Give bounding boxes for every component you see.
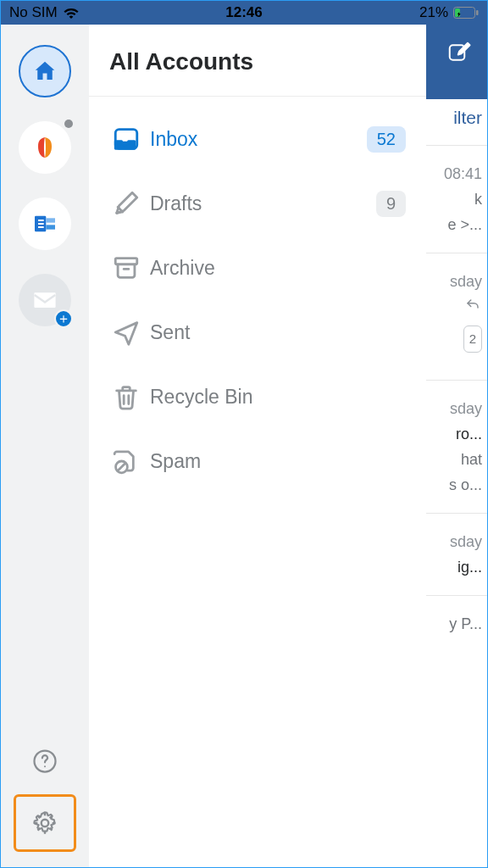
folder-label: Recycle Bin — [150, 386, 406, 409]
status-bar: No SIM 12:46 21% — [1, 1, 487, 25]
exchange-account-button[interactable] — [19, 198, 71, 250]
settings-button[interactable] — [27, 805, 63, 841]
message-fragment[interactable]: sday ig... — [419, 513, 487, 595]
clock: 12:46 — [225, 4, 262, 21]
message-fragment[interactable]: 08:41 k e >... — [419, 145, 487, 253]
spam-icon — [103, 447, 150, 476]
wifi-icon — [63, 7, 80, 19]
folder-archive[interactable]: Archive — [89, 236, 426, 300]
account-rail: ＋ — [1, 25, 89, 867]
svg-point-9 — [42, 820, 49, 827]
svg-point-8 — [44, 765, 46, 767]
filter-label[interactable]: ilter — [453, 108, 482, 128]
message-fragment[interactable]: sday 2 — [419, 253, 487, 380]
folder-sent[interactable]: Sent — [89, 300, 426, 364]
folder-label: Inbox — [150, 128, 367, 151]
message-fragment[interactable]: sday ro... hat s o... — [419, 380, 487, 513]
carrier-text: No SIM — [9, 4, 58, 21]
folder-list: Inbox 52 Drafts 9 Archive Se — [89, 97, 426, 493]
folder-label: Drafts — [150, 192, 376, 215]
folder-recycle-bin[interactable]: Recycle Bin — [89, 364, 426, 429]
message-fragment[interactable]: y P... — [419, 595, 487, 652]
battery-icon — [453, 7, 479, 19]
folder-count: 52 — [367, 126, 406, 153]
svg-rect-5 — [46, 218, 55, 222]
folder-label: Archive — [150, 257, 406, 280]
folder-panel: All Accounts Inbox 52 Drafts 9 — [89, 25, 426, 867]
folder-inbox[interactable]: Inbox 52 — [89, 107, 426, 171]
message-list-fragment: 08:41 k e >... sday 2 sday ro... hat s o… — [419, 145, 487, 652]
folder-spam[interactable]: Spam — [89, 429, 426, 493]
unread-dot-icon — [64, 120, 73, 128]
battery-percent: 21% — [419, 4, 448, 21]
count-badge: 2 — [463, 326, 482, 353]
settings-highlight — [14, 794, 76, 852]
compose-icon[interactable] — [446, 40, 472, 65]
help-button[interactable] — [27, 743, 63, 779]
home-account-button[interactable] — [19, 45, 71, 97]
office-account-button[interactable] — [19, 121, 71, 174]
drawer-title: All Accounts — [89, 25, 426, 97]
add-account-button[interactable]: ＋ — [19, 274, 71, 326]
svg-rect-6 — [46, 225, 55, 229]
folder-label: Spam — [150, 450, 406, 473]
folder-count: 9 — [376, 191, 406, 217]
archive-icon — [103, 253, 150, 282]
folder-label: Sent — [150, 321, 406, 344]
folder-drafts[interactable]: Drafts 9 — [89, 171, 426, 236]
trash-icon — [103, 382, 150, 411]
reply-icon — [463, 298, 482, 313]
svg-rect-3 — [476, 10, 479, 15]
navigation-drawer: ＋ All Accounts — [1, 25, 426, 867]
svg-rect-11 — [115, 259, 137, 264]
plus-icon: ＋ — [54, 309, 73, 328]
drafts-icon — [103, 189, 150, 218]
sent-icon — [103, 318, 150, 347]
inbox-icon — [103, 125, 150, 153]
